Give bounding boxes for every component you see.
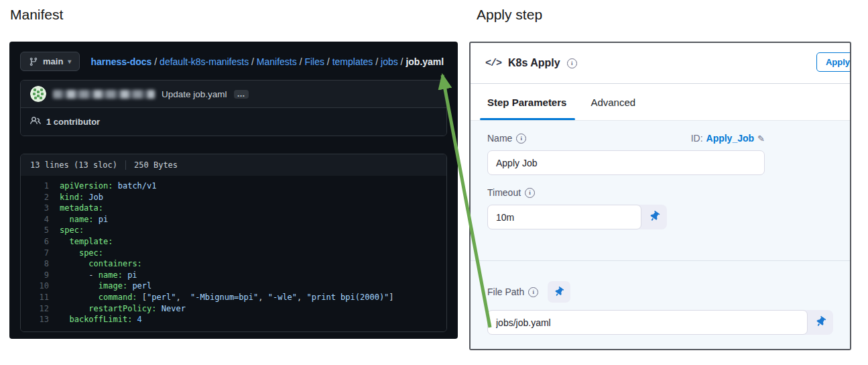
line-number: 7 — [21, 248, 60, 259]
breadcrumb-file-name: job.yaml — [406, 56, 444, 67]
step-id-link[interactable]: Apply_Job — [706, 133, 755, 144]
info-icon[interactable]: i — [525, 188, 535, 198]
line-content: apiVersion: batch/v1 — [60, 180, 157, 192]
code-line: 11 command: ["perl", "-Mbignum=bpi", "-w… — [21, 292, 446, 303]
code-line: 5spec: — [21, 225, 446, 236]
fixed-value-pin-icon[interactable] — [816, 317, 826, 327]
breadcrumb-separator: / — [398, 56, 406, 67]
code-line: 1apiVersion: batch/v1 — [21, 180, 446, 192]
apply-step-section-title: Apply step — [477, 7, 542, 23]
file-size-stat: 250 Bytes — [125, 160, 178, 170]
code-line: 8 containers: — [21, 258, 446, 270]
latest-commit-row: Update job.yaml … — [21, 81, 446, 107]
tab-step-parameters[interactable]: Step Parameters — [487, 84, 566, 120]
code-line: 9 - name: pi — [21, 270, 446, 281]
k8s-apply-step-panel: </> K8s Apply i Apply Step ParametersAdv… — [469, 42, 851, 350]
line-number: 9 — [21, 270, 60, 281]
line-number: 8 — [21, 258, 60, 270]
contributors-label: 1 contributor — [46, 117, 100, 127]
line-content: spec: — [60, 225, 84, 236]
code-line: 10 image: perl — [21, 280, 446, 292]
code-line: 4 name: pi — [21, 214, 446, 225]
fixed-value-pin-icon[interactable] — [649, 211, 660, 221]
line-number: 10 — [21, 280, 60, 292]
breadcrumb-separator: / — [373, 56, 381, 67]
line-content: spec: — [60, 248, 103, 259]
github-file-panel: main ▾ harness-docs / default-k8s-manife… — [9, 42, 458, 339]
breadcrumb-separator: / — [297, 56, 305, 67]
avatar[interactable] — [30, 86, 46, 102]
people-icon — [30, 115, 41, 128]
github-file-header-row: main ▾ harness-docs / default-k8s-manife… — [20, 52, 447, 71]
step-tabs: Step ParametersAdvanced — [471, 84, 850, 121]
timeout-label: Timeout — [487, 187, 521, 198]
code-line: 13 backoffLimit: 4 — [21, 314, 446, 325]
commit-message-link[interactable]: Update job.yaml — [162, 89, 227, 99]
step-id-group: ID: Apply_Job ✎ — [691, 133, 765, 144]
breadcrumb-repo-link[interactable]: harness-docs — [90, 56, 151, 67]
line-content: command: ["perl", "-Mbignum=bpi", "-wle"… — [60, 292, 394, 303]
breadcrumb-folder-link[interactable]: jobs — [381, 56, 398, 67]
line-number: 3 — [21, 203, 60, 214]
timeout-input[interactable] — [487, 205, 641, 229]
git-branch-icon — [29, 57, 38, 66]
line-content: name: pi — [60, 214, 108, 225]
file-path-input[interactable] — [487, 310, 808, 335]
code-line: 3metadata: — [21, 203, 446, 214]
line-number: 13 — [21, 314, 60, 325]
info-icon[interactable]: i — [567, 58, 577, 68]
commit-more-button[interactable]: … — [234, 90, 249, 99]
file-path-input-group — [487, 310, 833, 335]
step-title: K8s Apply — [508, 57, 560, 69]
line-content: kind: Job — [60, 192, 103, 203]
step-panel-header: </> K8s Apply i Apply — [471, 43, 850, 84]
chevron-down-icon: ▾ — [68, 58, 71, 65]
code-line: 7 spec: — [21, 248, 446, 259]
timeout-input-group — [487, 205, 667, 229]
redacted-author-name — [53, 90, 155, 99]
breadcrumb-folder-link[interactable]: default-k8s-manifests — [160, 56, 249, 67]
info-icon[interactable]: i — [516, 134, 526, 144]
line-content: restartPolicy: Never — [60, 303, 186, 315]
line-number: 4 — [21, 214, 60, 225]
info-icon[interactable]: i — [528, 287, 538, 297]
manifest-section-title: Manifest — [10, 7, 63, 23]
line-content: metadata: — [60, 203, 103, 214]
form-section-divider — [471, 260, 850, 261]
tab-advanced[interactable]: Advanced — [591, 84, 635, 120]
breadcrumb-folder-link[interactable]: Files — [304, 56, 324, 67]
line-content: image: perl — [60, 280, 151, 292]
breadcrumb-folder-link[interactable]: Manifests — [257, 56, 297, 67]
line-number: 12 — [21, 303, 60, 315]
apply-changes-button[interactable]: Apply — [816, 52, 851, 72]
contributors-row[interactable]: 1 contributor — [21, 107, 446, 136]
name-field-label-group: Name i — [487, 133, 526, 144]
breadcrumb-separator: / — [151, 56, 160, 67]
line-number: 5 — [21, 225, 60, 236]
file-path-pin-button[interactable] — [548, 281, 570, 303]
breadcrumb-separator: / — [324, 56, 332, 67]
breadcrumb-folder-link[interactable]: templates — [332, 56, 373, 67]
id-label: ID: — [691, 133, 703, 144]
line-content: template: — [60, 236, 113, 248]
name-input[interactable] — [487, 150, 765, 175]
name-label: Name — [487, 133, 512, 144]
line-number: 6 — [21, 236, 60, 248]
line-content: backoffLimit: 4 — [60, 314, 142, 325]
file-path-field-label-group: File Path i — [487, 286, 538, 297]
timeout-field-label-group: Timeout i — [487, 187, 535, 198]
breadcrumb: harness-docs / default-k8s-manifests / M… — [90, 56, 444, 67]
code-line: 6 template: — [21, 236, 446, 248]
branch-selector-button[interactable]: main ▾ — [20, 52, 80, 71]
file-path-label: File Path — [487, 286, 524, 297]
code-line: 2kind: Job — [21, 192, 446, 203]
breadcrumb-separator: / — [249, 56, 257, 67]
branch-name-label: main — [43, 56, 63, 66]
step-parameters-form: Name i ID: Apply_Job ✎ Timeout i — [471, 121, 850, 350]
latest-commit-box: Update job.yaml … 1 contributor — [20, 80, 447, 136]
line-content: containers: — [60, 258, 142, 270]
file-content-box: 13 lines (13 sloc) 250 Bytes 1apiVersion… — [20, 154, 447, 332]
edit-id-pencil-icon[interactable]: ✎ — [757, 134, 765, 144]
file-stats-bar: 13 lines (13 sloc) 250 Bytes — [21, 154, 446, 176]
code-line: 12 restartPolicy: Never — [21, 303, 446, 315]
